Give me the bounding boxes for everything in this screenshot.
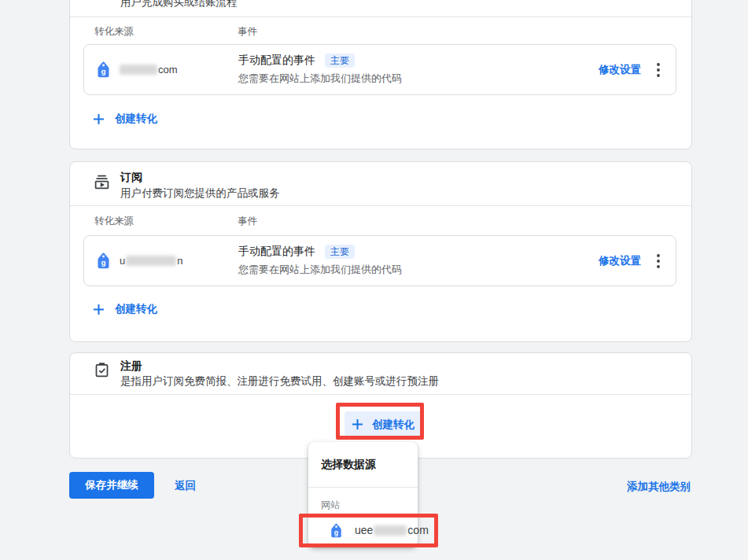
- conversion-source-row: g un 手动配置的事件 主要 您需要在网站上添加我们提供的代码 修改设置: [83, 235, 676, 286]
- data-source-domain: ueecom: [355, 524, 429, 536]
- edit-settings-link[interactable]: 修改设置: [599, 254, 641, 268]
- row-actions: 修改设置: [599, 63, 660, 77]
- divider: [70, 17, 691, 17]
- create-conversion-label: 创建转化: [115, 112, 157, 126]
- source-cell: g com: [97, 61, 238, 78]
- event-cell: 手动配置的事件 主要 您需要在网站上添加我们提供的代码: [238, 53, 599, 86]
- conversion-setup-page: 用户完成购买或结账流程 转化来源 事件 g com 手动配置的事件: [0, 0, 748, 560]
- dropdown-title: 选择数据源: [321, 458, 376, 472]
- event-cell: 手动配置的事件 主要 您需要在网站上添加我们提供的代码: [238, 245, 599, 277]
- add-other-category-link[interactable]: 添加其他类别: [627, 480, 691, 494]
- source-cell: g un: [97, 252, 238, 269]
- subscription-category-card: 订阅 用户付费订阅您提供的产品或服务 转化来源 事件 g un: [69, 161, 692, 342]
- domain-prefix: uee: [355, 524, 373, 536]
- redacted-text: [374, 525, 407, 536]
- google-tag-icon: g: [330, 523, 342, 538]
- signup-checkbox-icon: [94, 362, 111, 379]
- domain-suffix: com: [158, 64, 178, 76]
- conversion-source-row: g com 手动配置的事件 主要 您需要在网站上添加我们提供的代码 修改设置: [83, 44, 676, 95]
- column-header-source: 转化来源: [94, 215, 134, 228]
- category-title: 订阅: [120, 171, 142, 185]
- create-conversion-link[interactable]: 创建转化: [93, 302, 157, 316]
- event-description: 您需要在网站上添加我们提供的代码: [238, 72, 599, 86]
- plus-icon: [93, 304, 105, 315]
- svg-text:g: g: [101, 258, 106, 267]
- category-subtitle: 用户付费订阅您提供的产品或服务: [120, 186, 280, 201]
- subscriptions-icon: [94, 174, 111, 191]
- event-title: 手动配置的事件: [238, 53, 315, 68]
- create-conversion-link[interactable]: 创建转化: [93, 112, 157, 126]
- edit-settings-link[interactable]: 修改设置: [599, 63, 641, 77]
- event-description: 您需要在网站上添加我们提供的代码: [238, 263, 599, 277]
- domain-suffix: n: [177, 255, 182, 267]
- category-title: 注册: [120, 359, 142, 374]
- svg-text:g: g: [101, 67, 106, 76]
- create-conversion-button[interactable]: 创建转化: [345, 411, 422, 437]
- divider: [70, 394, 691, 395]
- redacted-text: [120, 64, 157, 75]
- category-subtitle: 用户完成购买或结账流程: [120, 0, 238, 9]
- divider: [70, 205, 691, 206]
- primary-badge: 主要: [325, 53, 355, 68]
- row-actions: 修改设置: [599, 254, 660, 268]
- divider: [308, 487, 418, 488]
- kebab-menu-icon[interactable]: [657, 63, 660, 77]
- category-subtitle: 是指用户订阅免费简报、注册进行免费试用、创建账号或进行预注册: [120, 374, 439, 389]
- data-source-dropdown: 选择数据源 网站 g ueecom: [308, 442, 418, 547]
- data-stream-domain: un: [120, 255, 182, 267]
- event-title: 手动配置的事件: [238, 245, 315, 259]
- plus-icon: [352, 418, 363, 430]
- dropdown-group-label: 网站: [321, 499, 340, 512]
- kebab-menu-icon[interactable]: [657, 254, 660, 268]
- google-tag-icon: g: [97, 61, 110, 78]
- purchase-category-card: 用户完成购买或结账流程 转化来源 事件 g com 手动配置的事件: [69, 0, 692, 149]
- plus-icon: [93, 113, 105, 125]
- column-header-source: 转化来源: [94, 25, 134, 39]
- svg-text:g: g: [334, 528, 338, 536]
- save-and-continue-button[interactable]: 保存并继续: [69, 472, 154, 499]
- column-header-event: 事件: [238, 215, 257, 228]
- redacted-text: [126, 256, 176, 266]
- google-tag-icon: g: [97, 252, 110, 269]
- column-header-event: 事件: [238, 25, 257, 39]
- create-conversion-label: 创建转化: [115, 302, 157, 316]
- back-link[interactable]: 返回: [175, 479, 196, 493]
- data-source-item[interactable]: g ueecom: [308, 514, 418, 546]
- primary-badge: 主要: [325, 245, 355, 259]
- create-conversion-label: 创建转化: [372, 418, 415, 432]
- domain-prefix: u: [120, 255, 125, 267]
- data-stream-domain: com: [120, 64, 178, 76]
- domain-suffix: com: [407, 524, 428, 536]
